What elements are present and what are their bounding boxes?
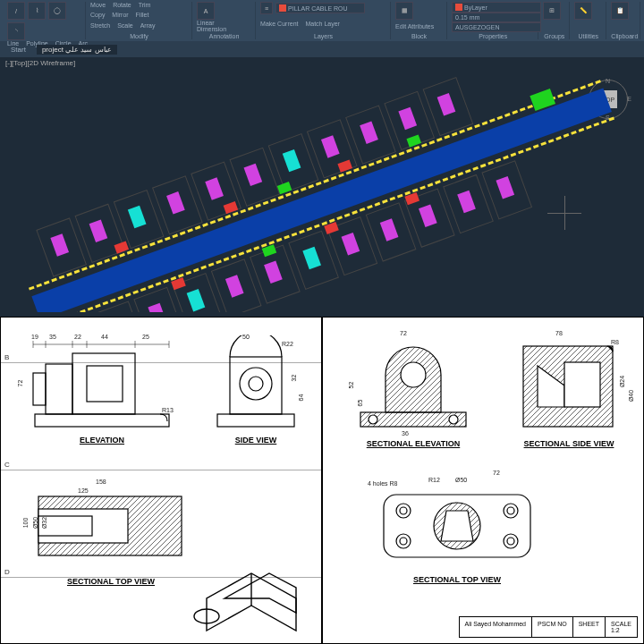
make-current-button[interactable]: Make Current [260, 21, 298, 27]
lineweight-combo[interactable]: 0.15 mm [452, 13, 541, 22]
tab-project[interactable]: project عباس سيد علي [37, 45, 117, 55]
dimension-button[interactable]: Dimension [197, 26, 226, 32]
panel-block-label: Block [395, 32, 443, 39]
cad-application: / ⌇ ◯ ◝ Line Polyline Circle Arc Draw Mo… [0, 0, 644, 317]
panel-groups: ⊞ Groups [539, 2, 570, 39]
svg-rect-2 [33, 373, 46, 405]
panel-modify: Move Rotate Trim Copy Mirror Fillet Stre… [87, 2, 192, 39]
label-elevation: ELEVATION [26, 436, 178, 445]
grid-label-d: D [4, 568, 10, 576]
ribbon: / ⌇ ◯ ◝ Line Polyline Circle Arc Draw Mo… [0, 0, 644, 41]
trim-button[interactable]: Trim [139, 2, 151, 8]
color-combo[interactable]: ByLayer [452, 2, 541, 13]
svg-rect-0 [35, 414, 169, 427]
current-layer-name: PILLAR CABLE ROU [288, 5, 348, 12]
scale-button[interactable]: Scale [117, 22, 133, 29]
label-sec-elev: SECTIONAL ELEVATION [346, 439, 480, 448]
titleblock-sheet: SHEET [572, 617, 605, 637]
panel-utilities: 📏 Utilities [571, 2, 606, 39]
fillet-button[interactable]: Fillet [136, 12, 149, 18]
panel-layers-label: Layers [260, 32, 386, 39]
panel-layers: ≡ PILLAR CABLE ROU Make Current Match La… [257, 2, 391, 39]
grid-label-c: C [4, 461, 10, 469]
fig-sectional-top: 158 125 100 Ø50 Ø32 SECTIONAL TOP VIEW [26, 477, 196, 586]
sheet-left: B C D 19 35 22 44 25 72 R13 [0, 317, 322, 644]
site-plan [7, 69, 637, 312]
panel-clipboard-label: Clipboard [611, 32, 636, 39]
svg-point-32 [400, 538, 407, 545]
title-block: Ali Sayed Mohammed PSCM NO SHEET SCALE1:… [459, 616, 638, 638]
line-button[interactable]: / [7, 2, 25, 20]
linear-button[interactable]: Linear [197, 20, 214, 26]
tab-start[interactable]: Start [5, 45, 31, 55]
svg-rect-3 [72, 353, 135, 414]
label-side-view: SIDE VIEW [207, 436, 305, 445]
viewcube-n[interactable]: N [606, 78, 610, 84]
viewcube-e[interactable]: E [627, 96, 631, 102]
mirror-button[interactable]: Mirror [112, 12, 128, 18]
text-button[interactable]: A [197, 2, 215, 20]
fig-isometric [180, 559, 314, 644]
titleblock-scale: SCALE1:2 [605, 617, 637, 637]
stretch-button[interactable]: Stretch [90, 22, 110, 29]
technical-drawings: B C D 19 35 22 44 25 72 R13 [0, 317, 644, 644]
svg-point-22 [369, 415, 377, 424]
insert-button[interactable]: ▦ [395, 2, 413, 20]
svg-point-14 [240, 368, 272, 400]
titleblock-name: Ali Sayed Mohammed [460, 617, 531, 637]
panel-block: ▦ Edit Attributes Block [392, 2, 447, 39]
layer-color-swatch [279, 4, 286, 12]
panel-utilities-label: Utilities [574, 32, 602, 39]
sheet-right: 72 52 65 36 SECTIONAL ELEVATION 78 R8 Ø2… [322, 317, 644, 644]
svg-point-29 [504, 504, 518, 518]
fig-sectional-top-right: 4 holes R8 R12 Ø50 72 SECTIONAL TOP VIEW [368, 475, 547, 584]
svg-rect-4 [87, 366, 123, 402]
panel-modify-label: Modify [90, 32, 188, 39]
copy-button[interactable]: Copy [90, 12, 105, 18]
label-sectional-top: SECTIONAL TOP VIEW [26, 577, 196, 586]
edit-attr-button[interactable]: Edit Attributes [395, 23, 434, 30]
linetype-combo[interactable]: AUSGEZOGEN [452, 22, 541, 32]
fig-elevation: 19 35 22 44 25 72 R13 ELEVATION [26, 335, 178, 445]
svg-rect-25 [564, 362, 600, 407]
fig-side-view: 50 R22 32 64 SIDE VIEW [207, 335, 305, 445]
move-button[interactable]: Move [90, 2, 106, 8]
paste-button[interactable]: 📋 [611, 2, 629, 20]
svg-point-23 [449, 415, 458, 424]
svg-point-15 [249, 377, 263, 391]
measure-button[interactable]: 📏 [574, 2, 592, 20]
panel-annotation: A Linear Dimension Annotation [193, 2, 256, 39]
grid-label-b: B [4, 353, 9, 361]
svg-point-27 [396, 504, 411, 518]
panel-draw: / ⌇ ◯ ◝ Line Polyline Circle Arc Draw [4, 2, 86, 39]
svg-point-31 [396, 534, 411, 548]
layer-properties-button[interactable]: ≡ [260, 2, 273, 14]
panel-groups-label: Groups [543, 32, 565, 39]
document-tabbar: Start project عباس سيد علي [0, 41, 644, 57]
svg-point-30 [507, 507, 514, 514]
polyline-button[interactable]: ⌇ [28, 2, 46, 20]
fig-sectional-elevation: 72 52 65 36 SECTIONAL ELEVATION [346, 330, 480, 448]
arc-button[interactable]: ◝ [7, 22, 25, 40]
svg-rect-12 [217, 414, 294, 427]
panel-properties: ByLayer 0.15 mm AUSGEZOGEN Properties [448, 2, 538, 39]
circle-button[interactable]: ◯ [48, 2, 66, 20]
panel-annotation-label: Annotation [197, 32, 251, 39]
svg-point-34 [507, 538, 514, 545]
panel-properties-label: Properties [452, 32, 534, 39]
match-layer-button[interactable]: Match Layer [305, 21, 340, 27]
svg-point-21 [401, 362, 426, 387]
array-button[interactable]: Array [140, 22, 156, 29]
panel-clipboard: 📋 Clipboard [607, 2, 640, 39]
drawing-canvas[interactable]: TOP N S E W [0, 69, 644, 312]
label-sec-top-right: SECTIONAL TOP VIEW [368, 575, 547, 584]
fig-sectional-side: 78 R8 Ø24 Ø40 SECTIONAL SIDE VIEW [511, 330, 627, 448]
rotate-button[interactable]: Rotate [113, 2, 131, 8]
viewport-label[interactable]: [-][Top][2D Wireframe] [0, 57, 644, 69]
label-sec-side: SECTIONAL SIDE VIEW [511, 439, 627, 448]
group-button[interactable]: ⊞ [543, 2, 561, 20]
svg-rect-13 [230, 357, 282, 414]
titleblock-pscm: PSCM NO [531, 617, 572, 637]
current-layer-combo[interactable]: PILLAR CABLE ROU [275, 3, 365, 13]
svg-point-28 [400, 507, 407, 514]
